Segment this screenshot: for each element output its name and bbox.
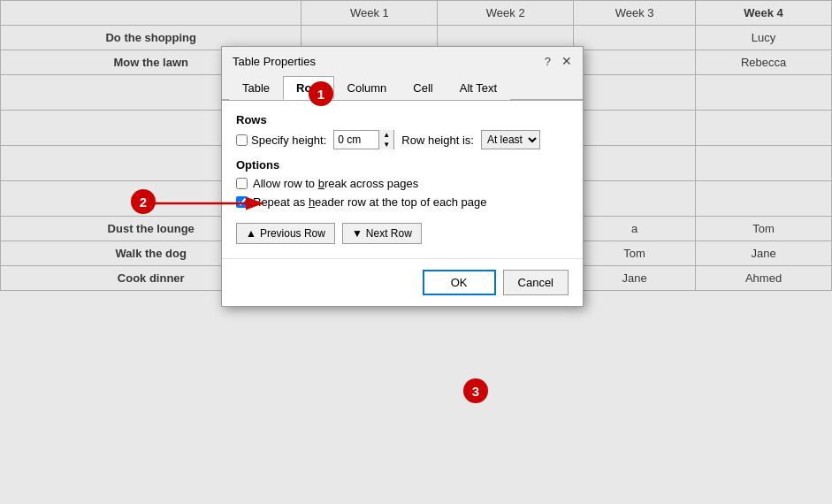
height-spinners: ▲ ▼ [378,130,393,149]
allow-break-row: Allow row to break across pages [236,177,569,190]
height-input[interactable] [334,132,378,148]
rows-section: Rows Specify height: ▲ ▼ Row height is: … [236,113,569,149]
height-input-group: ▲ ▼ [333,130,394,149]
badge-1: 1 [309,81,333,106]
close-button[interactable]: ✕ [561,54,572,68]
arrow-annotation-2 [150,190,274,217]
specify-height-checkbox[interactable] [236,134,248,146]
size-row: Specify height: ▲ ▼ Row height is: At le… [236,130,569,149]
badge-3: 3 [463,378,488,403]
allow-break-checkbox[interactable] [236,178,248,189]
row-height-select[interactable]: At least Exactly [481,130,540,149]
tab-table[interactable]: Table [229,76,283,100]
repeat-header-label: Repeat as header row at the top of each … [253,195,487,209]
next-row-button[interactable]: ▼ Next Row [342,223,422,244]
dialog-titlebar: Table Properties ? ✕ [222,47,583,73]
up-arrow-icon: ▲ [246,227,256,240]
dialog-body: Rows Specify height: ▲ ▼ Row height is: … [222,100,583,258]
tab-cell[interactable]: Cell [400,76,446,100]
allow-break-label: Allow row to break across pages [253,177,418,190]
next-row-label: Next Row [366,227,412,240]
badge-2: 2 [131,189,156,214]
rows-section-label: Rows [236,113,569,126]
specify-height-label: Specify height: [236,134,326,147]
previous-row-label: Previous Row [260,227,325,240]
help-button[interactable]: ? [545,55,551,68]
tab-column[interactable]: Column [334,76,401,100]
dialog-tabs: Table Row Column Cell Alt Text [222,73,583,100]
cancel-button[interactable]: Cancel [503,270,569,295]
table-properties-dialog: Table Properties ? ✕ Table Row Column Ce… [221,46,584,307]
options-section: Options Allow row to break across pages … [236,158,569,209]
previous-row-button[interactable]: ▲ Previous Row [236,223,335,244]
nav-buttons: ▲ Previous Row ▼ Next Row [236,223,569,244]
ok-button[interactable]: OK [423,270,496,295]
height-increment-button[interactable]: ▲ [379,130,393,140]
down-arrow-icon: ▼ [352,227,363,240]
tab-alt-text[interactable]: Alt Text [447,76,510,100]
dialog-titlebar-controls: ? ✕ [545,54,572,68]
dialog-title: Table Properties [233,55,316,68]
row-height-is-label: Row height is: [401,134,474,147]
repeat-header-row: Repeat as header row at the top of each … [236,195,569,209]
dialog-footer: OK Cancel [222,258,583,306]
options-label: Options [236,158,569,172]
height-decrement-button[interactable]: ▼ [379,140,393,149]
